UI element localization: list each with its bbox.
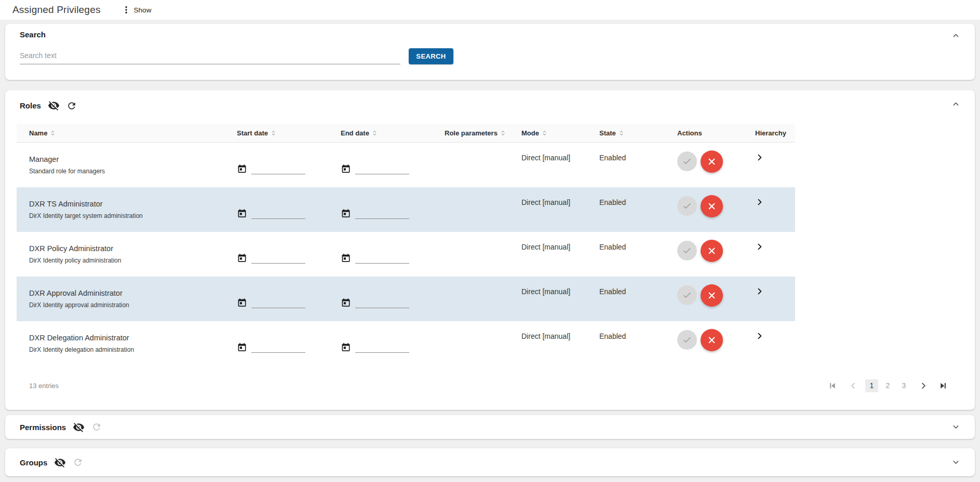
end-date-input[interactable] — [355, 209, 409, 219]
refresh-groups-button[interactable] — [73, 457, 83, 467]
calendar-icon[interactable] — [237, 163, 247, 174]
hide-permissions-button[interactable] — [73, 421, 85, 433]
roles-table-header: Name Start date End date Role parameters… — [17, 124, 795, 143]
last-page-button[interactable] — [938, 380, 949, 391]
search-button[interactable]: SEARCH — [409, 48, 453, 64]
hierarchy-expand-button[interactable] — [755, 287, 764, 296]
search-row: SEARCH — [20, 46, 962, 64]
hierarchy-cell — [743, 277, 795, 321]
table-row: DXR Delegation Administrator DirX Identi… — [17, 321, 795, 366]
column-label: Actions — [677, 129, 702, 137]
calendar-icon[interactable] — [237, 208, 247, 219]
calendar-icon[interactable] — [237, 253, 247, 264]
role-description: DirX Identity target system administrati… — [29, 212, 224, 219]
start-date-input[interactable] — [251, 164, 305, 174]
first-page-button[interactable] — [827, 380, 838, 391]
refresh-icon — [66, 101, 77, 111]
calendar-icon[interactable] — [341, 163, 351, 174]
calendar-icon[interactable] — [341, 253, 351, 264]
column-header-mode[interactable]: Mode — [509, 129, 587, 137]
column-header-actions: Actions — [665, 129, 743, 137]
hide-roles-button[interactable] — [48, 100, 60, 112]
calendar-icon[interactable] — [341, 297, 351, 308]
roles-panel: Roles Name Start date End date Role — [5, 90, 975, 410]
remove-action-button[interactable] — [701, 195, 723, 217]
start-date-input[interactable] — [251, 254, 305, 264]
hierarchy-cell — [743, 143, 795, 187]
approve-action-button[interactable] — [677, 330, 697, 350]
approve-action-button[interactable] — [677, 241, 697, 260]
actions-cell — [665, 232, 743, 277]
previous-page-button[interactable] — [848, 381, 858, 391]
groups-expand-button[interactable] — [950, 457, 961, 468]
hierarchy-cell — [743, 321, 795, 366]
role-name-cell: DXR Approval Administrator DirX Identity… — [17, 277, 224, 321]
end-date-field-group — [341, 208, 409, 219]
roles-table-footer: 13 entries 1 2 3 — [29, 379, 949, 392]
search-input[interactable] — [20, 46, 400, 64]
end-date-field-group — [341, 297, 409, 308]
role-parameters-cell — [432, 143, 509, 187]
roles-header: Roles — [5, 100, 975, 112]
actions-cell — [665, 187, 743, 232]
state-value: Enabled — [587, 143, 665, 187]
mode-value: Direct [manual] — [509, 187, 587, 232]
approve-action-button[interactable] — [677, 152, 697, 171]
end-date-input[interactable] — [355, 164, 409, 174]
role-name-cell: DXR Delegation Administrator DirX Identi… — [17, 321, 224, 366]
role-name: Manager — [29, 155, 224, 163]
remove-action-button[interactable] — [701, 150, 723, 173]
page-3-button[interactable]: 3 — [897, 379, 910, 392]
hierarchy-expand-button[interactable] — [755, 198, 764, 206]
search-panel: Search SEARCH — [5, 24, 975, 80]
page-1-button[interactable]: 1 — [865, 379, 878, 392]
role-name-cell: DXR TS Administrator DirX Identity targe… — [17, 187, 224, 232]
role-name: DXR Delegation Administrator — [29, 334, 224, 342]
column-header-end-date[interactable]: End date — [328, 129, 432, 137]
mode-value: Direct [manual] — [509, 232, 587, 277]
hierarchy-expand-button[interactable] — [755, 153, 764, 162]
next-page-button[interactable] — [919, 381, 929, 391]
end-date-input[interactable] — [355, 343, 409, 353]
permissions-expand-button[interactable] — [950, 422, 961, 433]
start-date-input[interactable] — [251, 209, 305, 219]
column-header-start-date[interactable]: Start date — [224, 129, 328, 137]
start-date-input[interactable] — [251, 343, 305, 353]
hierarchy-expand-button[interactable] — [755, 332, 764, 340]
column-header-state[interactable]: State — [587, 129, 665, 137]
check-icon — [682, 245, 692, 256]
refresh-icon — [91, 422, 102, 432]
column-header-role-parameters[interactable]: Role parameters — [432, 129, 509, 137]
calendar-icon[interactable] — [237, 342, 247, 353]
column-header-name[interactable]: Name — [17, 129, 224, 137]
show-menu-button[interactable]: Show — [122, 5, 152, 15]
approve-action-button[interactable] — [677, 285, 697, 305]
calendar-icon[interactable] — [237, 297, 247, 308]
column-header-hierarchy: Hierarchy — [743, 129, 795, 137]
state-value: Enabled — [587, 277, 665, 321]
pagination: 1 2 3 — [827, 379, 949, 392]
column-label: End date — [341, 129, 369, 137]
approve-action-button[interactable] — [677, 196, 697, 216]
search-collapse-button[interactable] — [950, 30, 961, 41]
calendar-icon[interactable] — [341, 342, 351, 353]
mode-value: Direct [manual] — [509, 277, 587, 321]
column-label: State — [599, 129, 616, 137]
calendar-icon[interactable] — [341, 208, 351, 219]
refresh-permissions-button[interactable] — [91, 422, 102, 432]
mode-value: Direct [manual] — [509, 321, 587, 366]
start-date-input[interactable] — [251, 298, 305, 308]
refresh-roles-button[interactable] — [66, 101, 77, 111]
roles-collapse-button[interactable] — [950, 99, 961, 109]
page-2-button[interactable]: 2 — [881, 379, 894, 392]
column-label: Name — [29, 129, 47, 137]
x-icon — [707, 201, 717, 211]
remove-action-button[interactable] — [701, 284, 723, 307]
remove-action-button[interactable] — [701, 240, 723, 262]
end-date-input[interactable] — [355, 298, 409, 308]
hide-groups-button[interactable] — [54, 457, 66, 469]
remove-action-button[interactable] — [701, 329, 723, 351]
end-date-input[interactable] — [355, 254, 409, 264]
table-row: Manager Standard role for managers Direc… — [17, 143, 795, 187]
hierarchy-expand-button[interactable] — [755, 242, 764, 251]
